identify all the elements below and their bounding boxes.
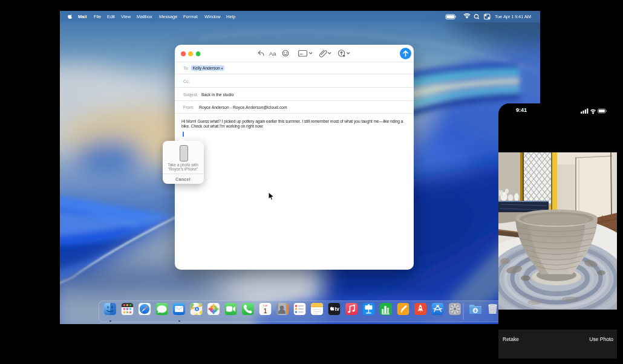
svg-text:tv: tv [335, 306, 340, 312]
svg-text:Aa: Aa [269, 50, 276, 57]
svg-text:1: 1 [263, 307, 267, 314]
svg-text:TUE: TUE [263, 304, 268, 307]
